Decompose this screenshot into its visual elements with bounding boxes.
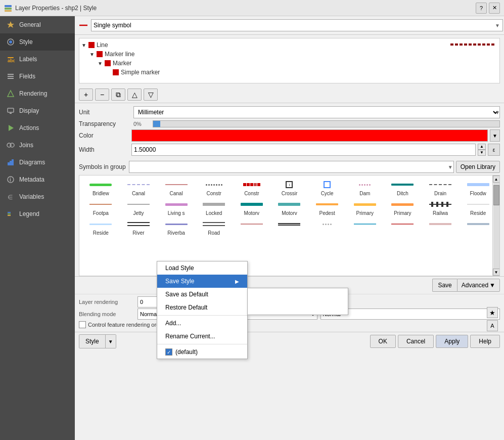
symbol-primary2[interactable]: Primary [384, 198, 421, 217]
sidebar-item-labels[interactable]: abc Labels [0, 51, 75, 68]
sidebar-item-display[interactable]: Display [0, 102, 75, 119]
sidebar-item-legend[interactable]: Legend [0, 205, 75, 223]
width-down-btn[interactable]: ▼ [478, 150, 486, 156]
color-swatch[interactable] [131, 129, 488, 142]
save-btn[interactable]: Save [432, 279, 456, 292]
help-button[interactable]: ? [476, 3, 487, 14]
symbol-reside2[interactable]: Reside [82, 218, 119, 237]
sidebar-item-style[interactable]: Style [0, 33, 75, 51]
sidebar-label-style: Style [19, 38, 33, 46]
symbol-ditch[interactable]: Ditch [384, 179, 421, 197]
symbol-constr1[interactable]: Constr [196, 179, 233, 197]
fields-icon [6, 72, 15, 81]
symbol-misc3[interactable] [309, 218, 346, 237]
symbol-type-dropdown[interactable]: Single symbol [91, 19, 503, 31]
sidebar-item-actions[interactable]: Actions [0, 119, 75, 137]
menu-rename[interactable]: Rename Current... [157, 330, 247, 343]
menu-load-style[interactable]: Load Style [157, 261, 247, 275]
symbol-motorv1[interactable]: Motorv [234, 198, 270, 217]
tree-item-marker[interactable]: ▼ Marker [98, 59, 497, 68]
symbol-jetty[interactable]: Jetty [120, 198, 157, 217]
symbol-dam[interactable]: Dam [346, 179, 383, 197]
symbol-riverba[interactable]: Riverba [158, 218, 195, 237]
locked-symbol [200, 199, 227, 209]
bridleway-symbol [87, 180, 114, 190]
transparency-slider[interactable] [153, 120, 500, 127]
star-btn[interactable]: ★ [487, 307, 498, 318]
close-button[interactable]: ✕ [489, 3, 500, 14]
width-input[interactable] [131, 144, 476, 156]
sidebar-item-fields[interactable]: Fields [0, 68, 75, 85]
move-down-btn[interactable]: ▽ [144, 89, 158, 101]
remove-symbol-btn[interactable]: − [95, 89, 109, 101]
cancel-btn[interactable]: Cancel [398, 335, 434, 348]
scroll-up-btn[interactable]: ▲ [493, 175, 500, 183]
symbol-misc1[interactable] [234, 218, 270, 237]
symbol-misc5[interactable] [384, 218, 421, 237]
style-split-button: Style ▼ [79, 334, 116, 348]
color-dropdown-btn[interactable]: ▼ [490, 129, 500, 142]
bridleway-label: Bridlew [93, 191, 109, 196]
symbol-misc6[interactable] [422, 218, 459, 237]
save-style-submenu[interactable]: QGIS Layer Style File... SLD File... [247, 288, 348, 315]
symbol-bridleway[interactable]: Bridlew [82, 179, 119, 197]
symbol-river[interactable]: River [120, 218, 157, 237]
move-up-btn[interactable]: △ [127, 89, 142, 101]
symbol-canal2[interactable]: Canal [158, 179, 195, 197]
sidebar-item-general[interactable]: General [0, 16, 75, 33]
labels-icon: abc [6, 55, 15, 64]
symbol-reside1[interactable]: Reside [460, 198, 496, 217]
menu-add[interactable]: Add... [157, 317, 247, 330]
style-arrow-btn[interactable]: ▼ [106, 335, 116, 348]
ok-btn[interactable]: OK [370, 335, 396, 348]
symbol-drain[interactable]: Drain [422, 179, 459, 197]
symbol-misc4[interactable] [346, 218, 383, 237]
expression-btn[interactable]: ε [488, 144, 500, 156]
menu-restore-default[interactable]: Restore Default [157, 301, 247, 314]
style-main-btn[interactable]: Style [79, 335, 106, 348]
symbol-railway[interactable]: Railwa [422, 198, 459, 217]
draw-order-checkbox[interactable] [79, 321, 86, 328]
add-symbol-btn[interactable]: + [79, 89, 93, 101]
sidebar-item-rendering[interactable]: Rendering [0, 85, 75, 102]
scroll-thumb[interactable] [493, 185, 499, 205]
scroll-down-btn[interactable]: ▼ [493, 269, 500, 276]
help-final-btn[interactable]: Help [470, 335, 500, 348]
symbol-misc7[interactable] [460, 218, 496, 237]
menu-load-style-label: Load Style [165, 265, 194, 272]
menu-save-style[interactable]: Save Style ▶ QGIS Layer Style File... SL… [157, 275, 247, 288]
unit-select[interactable]: Millimeter [133, 106, 500, 118]
tree-item-simple-marker[interactable]: Simple marker [106, 68, 497, 77]
context-menu[interactable]: Load Style Save Style ▶ QGIS Layer Style… [157, 261, 248, 359]
symbols-search-input[interactable] [129, 161, 454, 173]
symbol-primary1[interactable]: Primary [346, 198, 383, 217]
open-library-btn[interactable]: Open Library [456, 161, 500, 173]
apply-btn[interactable]: Apply [436, 335, 468, 348]
symbol-floodway[interactable]: Floodw [460, 179, 496, 197]
symbol-motorv2[interactable]: Motorv [271, 198, 308, 217]
sidebar-item-metadata[interactable]: i Metadata [0, 171, 75, 188]
symbol-canal1[interactable]: Canal [120, 179, 157, 197]
symbol-constr2[interactable]: Constr [234, 179, 270, 197]
tree-item-marker-line[interactable]: ▼ Marker line [89, 50, 497, 59]
symbol-pedest[interactable]: Pedest [309, 198, 346, 217]
submenu-sld-file[interactable]: SLD File... [248, 301, 348, 315]
menu-save-default[interactable]: Save as Default [157, 288, 247, 301]
symbol-footpa[interactable]: Footpa [82, 198, 119, 217]
sidebar-item-variables[interactable]: ∈ Variables [0, 188, 75, 205]
sidebar-item-diagrams[interactable]: Diagrams [0, 154, 75, 171]
menu-default-style[interactable]: ✓ (default) [157, 345, 247, 359]
advanced-btn[interactable]: Advanced ▼ [457, 279, 500, 292]
symbol-living[interactable]: Living s [158, 198, 195, 217]
sidebar-item-joins[interactable]: Joins [0, 137, 75, 154]
duplicate-symbol-btn[interactable]: ⧉ [111, 89, 125, 101]
font-btn[interactable]: A [487, 320, 498, 331]
symbol-crossir[interactable]: i Crossir [271, 179, 308, 197]
symbol-road[interactable]: Road [196, 218, 233, 237]
symbol-locked[interactable]: Locked [196, 198, 233, 217]
symbol-misc2[interactable] [271, 218, 308, 237]
submenu-qgis-file[interactable]: QGIS Layer Style File... [248, 288, 348, 301]
tree-item-line[interactable]: ▼ Line [81, 40, 497, 50]
symbol-cycle[interactable]: Cycle [309, 179, 346, 197]
width-up-btn[interactable]: ▲ [478, 144, 486, 150]
